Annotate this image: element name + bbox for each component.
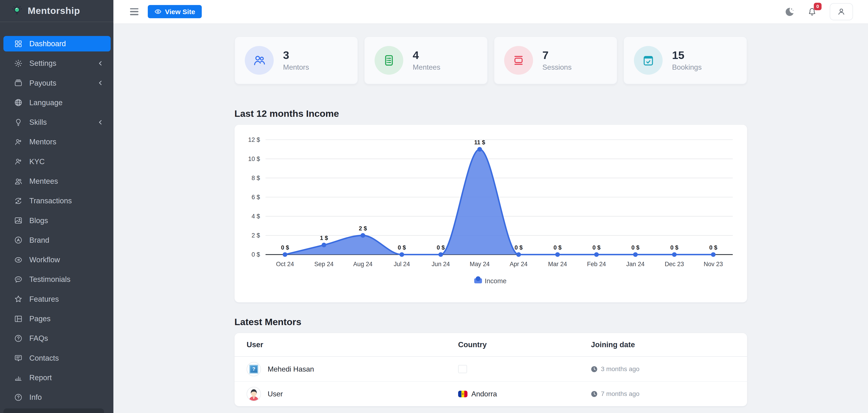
sidebar-item-label: Dashboard (29, 39, 66, 48)
mentors-icon (245, 46, 274, 75)
svg-text:0 $: 0 $ (436, 244, 444, 251)
svg-text:0 $: 0 $ (670, 244, 678, 251)
sidebar-item-language[interactable]: Language (3, 95, 111, 110)
svg-text:Mar 24: Mar 24 (548, 261, 567, 267)
svg-text:11 $: 11 $ (474, 139, 485, 146)
sidebar-item-testimonials[interactable]: Testimonials (3, 272, 111, 287)
info-circle-icon (14, 393, 23, 402)
svg-text:1 $: 1 $ (320, 235, 328, 241)
svg-text:Nov 23: Nov 23 (704, 261, 723, 267)
sidebar-item-info[interactable]: Info (3, 389, 111, 405)
column-header-country: Country (458, 340, 591, 349)
sidebar-item-dashboard[interactable]: Dashboard (3, 36, 111, 52)
bar-chart-icon (14, 373, 23, 382)
sidebar: Mentorship DashboardSettingsPayoutsLangu… (0, 0, 114, 413)
lightbulb-logo-icon (11, 5, 23, 17)
stat-value: 7 (542, 49, 571, 61)
chevron-left-icon (98, 61, 103, 66)
svg-text:0 $: 0 $ (631, 244, 639, 251)
sidebar-item-label: Mentors (29, 137, 57, 146)
table-body: ?Mehedi Hasan3 months agoUserAndorra7 mo… (235, 357, 747, 406)
sidebar-item-transactions[interactable]: $Transactions (3, 193, 111, 209)
sidebar-item-pages[interactable]: Pages (3, 311, 111, 326)
sidebar-item-label: Report (29, 373, 52, 382)
stat-card-mentors: 3Mentors (235, 36, 358, 84)
mentees-icon (375, 46, 403, 75)
sidebar-item-mentees[interactable]: Mentees (3, 173, 111, 189)
sidebar-item-label: KYC (29, 157, 44, 166)
user-icon (836, 7, 846, 17)
income-chart-card: 0 $2 $4 $6 $8 $10 $12 $0 $1 $2 $0 $0 $11… (235, 125, 747, 303)
mentor-name: User (268, 390, 283, 398)
sidebar-item-mentors[interactable]: Mentors (3, 134, 111, 150)
main-content: 3Mentors4Mentees7Sessions15Bookings Last… (114, 24, 868, 413)
svg-text:May 24: May 24 (469, 261, 490, 267)
view-site-label: View Site (165, 8, 195, 16)
svg-text:Jan 24: Jan 24 (626, 261, 644, 267)
dark-mode-toggle[interactable] (785, 7, 794, 17)
sidebar-item-label: Features (29, 295, 59, 304)
menu-icon[interactable] (130, 8, 138, 15)
svg-text:Oct 24: Oct 24 (276, 261, 294, 267)
svg-text:Jun 24: Jun 24 (432, 261, 450, 267)
sidebar-item-features[interactable]: Features (3, 291, 111, 307)
svg-text:4 $: 4 $ (251, 213, 260, 220)
sidebar-item-skills[interactable]: Skills (3, 115, 111, 130)
sidebar-item-settings[interactable]: Settings (3, 56, 111, 71)
column-header-user: User (247, 340, 458, 349)
sidebar-item-brand[interactable]: Brand (3, 232, 111, 248)
topbar-actions: 0 (785, 3, 853, 20)
svg-text:6 $: 6 $ (251, 194, 260, 200)
sidebar-peek-item (3, 408, 104, 413)
dashboard-icon (14, 39, 23, 48)
stat-value: 4 (413, 49, 440, 61)
image-icon (14, 216, 23, 225)
svg-text:Income: Income (485, 277, 506, 285)
stat-label: Mentees (413, 63, 440, 71)
income-section-title: Last 12 months Income (235, 108, 747, 119)
sidebar-item-report[interactable]: Report (3, 370, 111, 385)
sidebar-item-contacts[interactable]: Contacts (3, 350, 111, 366)
stat-card-sessions: 7Sessions (494, 36, 618, 84)
stat-label: Sessions (542, 63, 571, 71)
income-area-chart: 0 $2 $4 $6 $8 $10 $12 $0 $1 $2 $0 $0 $11… (235, 125, 747, 303)
brand-icon (14, 236, 23, 245)
stat-value: 3 (283, 49, 309, 61)
svg-text:10 $: 10 $ (248, 156, 260, 162)
svg-text:Apr 24: Apr 24 (509, 261, 528, 267)
joined-ago: 3 months ago (601, 366, 640, 373)
svg-text:0 $: 0 $ (398, 244, 406, 251)
svg-text:0 $: 0 $ (592, 244, 600, 251)
stat-label: Bookings (672, 63, 702, 71)
avatar (247, 387, 261, 401)
question-circle-icon (14, 334, 23, 343)
sidebar-item-label: Workflow (29, 255, 60, 264)
chat-dots-icon (14, 275, 23, 284)
sidebar-item-faqs[interactable]: FAQs (3, 330, 111, 346)
latest-mentors-table: User Country Joining date ?Mehedi Hasan3… (235, 333, 747, 406)
notifications-button[interactable]: 0 (808, 7, 816, 16)
sessions-icon (504, 46, 533, 75)
sidebar-item-label: Pages (29, 314, 51, 323)
sidebar-item-kyc[interactable]: KYC (3, 154, 111, 169)
broken-image-icon: ? (249, 365, 258, 374)
view-site-button[interactable]: View Site (148, 5, 202, 18)
svg-text:Dec 23: Dec 23 (665, 261, 684, 267)
stat-value: 15 (672, 49, 702, 61)
sidebar-item-workflow[interactable]: Workflow (3, 252, 111, 267)
clock-icon (591, 366, 597, 373)
sidebar-item-payouts[interactable]: Payouts (3, 75, 111, 91)
app-window: Mentorship DashboardSettingsPayoutsLangu… (0, 0, 868, 413)
svg-text:Sep 24: Sep 24 (314, 261, 334, 267)
sidebar-item-blogs[interactable]: Blogs (3, 213, 111, 228)
mentors-section-title: Latest Mentors (235, 317, 747, 327)
stat-card-bookings: 15Bookings (623, 36, 747, 84)
workflow-icon (14, 255, 23, 264)
svg-text:$: $ (18, 199, 19, 203)
column-header-joining-date: Joining date (591, 340, 747, 349)
user-menu-button[interactable] (830, 3, 853, 20)
exchange-icon: $ (14, 196, 23, 205)
brand-header: Mentorship (0, 0, 114, 22)
sidebar-item-label: Skills (29, 118, 47, 127)
country-name: Andorra (471, 390, 497, 398)
